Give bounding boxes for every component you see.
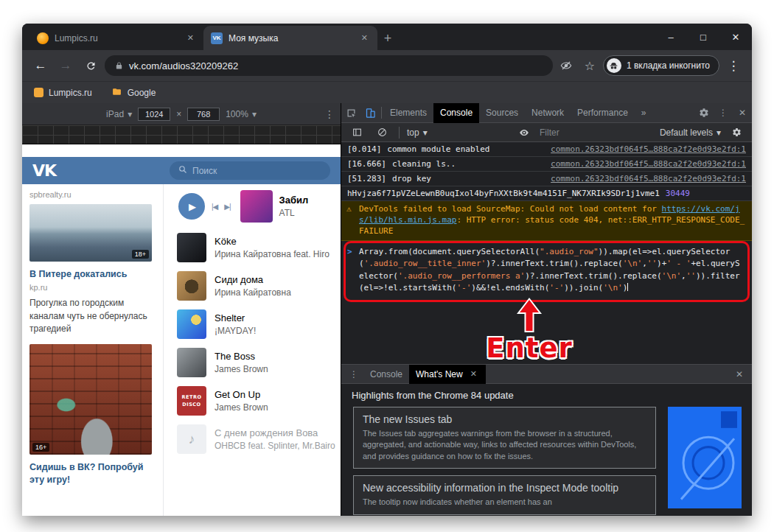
- maximize-button[interactable]: □: [687, 24, 719, 50]
- track-title[interactable]: Забил: [279, 195, 309, 206]
- age-badge: 18+: [132, 250, 149, 259]
- clear-console-icon[interactable]: [372, 123, 391, 142]
- tab-network[interactable]: Network: [525, 103, 571, 123]
- bookmark-star-icon[interactable]: ☆: [579, 55, 600, 76]
- ad-source-link[interactable]: spbrealty.ru: [29, 190, 154, 199]
- vk-music-list: ▶ |◀ ▶| Забил ATL Köke: [164, 184, 341, 516]
- song-row[interactable]: The Boss James Brown: [164, 343, 341, 382]
- log-levels-select[interactable]: Default levels ▾: [660, 127, 721, 138]
- enter-annotation: Enter: [456, 300, 603, 364]
- inspect-element-icon[interactable]: [341, 103, 360, 122]
- source-link[interactable]: common.26323bdf064f5…888ca2f2e0d93e2fd:1: [551, 174, 746, 183]
- eye-off-extension-icon[interactable]: [556, 55, 576, 76]
- devtools-menu-button[interactable]: ⋮: [714, 103, 733, 122]
- bookmark-lumpics[interactable]: Lumpics.ru: [34, 88, 92, 98]
- more-tabs-button[interactable]: »: [635, 103, 653, 123]
- device-toolbar-menu-button[interactable]: ⋮: [324, 108, 335, 120]
- next-track-icon[interactable]: ▶|: [224, 203, 230, 211]
- devtools-settings-gear-icon[interactable]: [694, 103, 714, 122]
- tab-console[interactable]: Console: [433, 103, 479, 123]
- whats-new-card[interactable]: New accessibility information in the Ins…: [353, 475, 656, 514]
- address-bar[interactable]: vk.com/audios320209262: [105, 55, 553, 76]
- levels-value: Default levels: [660, 127, 713, 138]
- song-row[interactable]: Shelter ¡MAYDAY!: [164, 305, 341, 343]
- back-button[interactable]: ←: [29, 55, 52, 77]
- reload-button[interactable]: [80, 55, 102, 77]
- tab-sources[interactable]: Sources: [479, 103, 525, 123]
- device-select[interactable]: iPad ▾: [106, 109, 132, 119]
- chevron-down-icon: ▾: [252, 109, 257, 119]
- song-row[interactable]: Сиди дома Ирина Кайратовна: [164, 267, 341, 305]
- javascript-context-select[interactable]: top ▾: [407, 127, 509, 138]
- song-artist: Ирина Кайратовна: [215, 287, 291, 298]
- new-tab-button[interactable]: +: [377, 28, 398, 49]
- tab-vk-music[interactable]: VK Моя музыка ✕: [203, 26, 377, 50]
- minimize-button[interactable]: –: [655, 24, 687, 50]
- close-devtools-button[interactable]: ✕: [733, 103, 752, 122]
- song-artist: James Brown: [215, 364, 268, 374]
- eye-live-expression-icon[interactable]: [515, 123, 534, 142]
- content-area: iPad ▾ 1024 × 768 100% ▾ ⋮ VK: [22, 103, 752, 516]
- whats-new-header: Highlights from the Chrome 84 update: [341, 384, 752, 405]
- browser-menu-button[interactable]: ⋮: [722, 55, 745, 77]
- ad-title-link[interactable]: Сидишь в ВК? Попробуй эту игру!: [29, 461, 154, 486]
- track-meta: Забил ATL: [279, 195, 309, 218]
- close-tab-icon[interactable]: ✕: [468, 368, 479, 380]
- console-settings-gear-icon[interactable]: [727, 123, 746, 142]
- album-cover: [177, 233, 206, 262]
- source-link[interactable]: common.26323bdf064f5…888ca2f2e0d93e2fd:1: [551, 144, 746, 154]
- console-input[interactable]: > Array.from(document.querySelectorAll("…: [341, 241, 752, 301]
- previous-track-icon[interactable]: |◀: [212, 203, 217, 211]
- song-title: Get On Up: [215, 389, 268, 400]
- drawer-menu-button[interactable]: ⋮: [344, 365, 363, 384]
- whats-new-card[interactable]: The new Issues tab The Issues tab aggreg…: [353, 407, 656, 469]
- viewport-height-input[interactable]: 768: [187, 108, 220, 121]
- vk-logo[interactable]: VK: [32, 161, 56, 180]
- drawer-tab-label: What's New: [416, 369, 463, 379]
- source-link[interactable]: common.26323bdf064f5…888ca2f2e0d93e2fd:1: [551, 159, 746, 169]
- annotation-label: Enter: [456, 332, 603, 364]
- ad-image[interactable]: 18+: [29, 204, 152, 262]
- console-log-row: hHvjza6f71pVZeLewnB0uqIxol4byFnXXtBk9t4m…: [341, 186, 752, 201]
- close-window-button[interactable]: ✕: [719, 24, 752, 50]
- ad-source-link[interactable]: kp.ru: [29, 283, 154, 292]
- drawer-tab-console[interactable]: Console: [363, 365, 409, 384]
- device-name: iPad: [106, 109, 124, 119]
- log-text: drop key: [392, 174, 431, 183]
- warning-text: DevTools failed to load SourceMap: Could…: [359, 204, 662, 214]
- ad-image[interactable]: 16+: [29, 344, 152, 455]
- ad-title-link[interactable]: В Питере докатались: [29, 268, 154, 280]
- url-text: vk.com/audios320209262: [129, 60, 238, 71]
- incognito-icon: [607, 58, 621, 73]
- console-sidebar-toggle-icon[interactable]: [347, 123, 366, 142]
- chevron-down-icon: ▾: [423, 127, 428, 138]
- search-icon: [178, 165, 187, 176]
- log-time: [16.666]: [347, 159, 386, 169]
- incognito-badge: 1 вкладка инкогнито: [603, 55, 719, 76]
- close-drawer-button[interactable]: ✕: [730, 365, 749, 384]
- play-button[interactable]: ▶: [178, 193, 205, 220]
- song-row[interactable]: RETRO DISCO Get On Up James Brown: [164, 382, 341, 420]
- device-toolbar-toggle-icon[interactable]: [360, 103, 380, 122]
- drawer-tab-whats-new[interactable]: What's New ✕: [409, 365, 486, 384]
- forward-button[interactable]: →: [55, 55, 77, 77]
- tab-elements[interactable]: Elements: [383, 103, 433, 123]
- console-input-code[interactable]: Array.from(document.querySelectorAll(".a…: [359, 247, 740, 293]
- chevron-down-icon: ▾: [128, 109, 132, 119]
- lumpics-favicon-icon: [37, 32, 49, 44]
- context-value: top: [407, 127, 419, 138]
- viewport-width-input[interactable]: 1024: [138, 108, 170, 121]
- console-log-row: [0.014] common module enabled common.263…: [341, 142, 752, 157]
- zoom-select[interactable]: 100% ▾: [226, 109, 257, 119]
- console-filter-input[interactable]: Filter: [540, 127, 559, 138]
- bookmark-google-folder[interactable]: Google: [111, 87, 156, 99]
- tab-close-icon[interactable]: ✕: [359, 32, 370, 44]
- vk-search-input[interactable]: Поиск: [170, 161, 330, 180]
- song-row[interactable]: Köke Ирина Кайратовна feat. Hiro: [164, 228, 341, 267]
- tab-performance[interactable]: Performance: [571, 103, 635, 123]
- track-artist[interactable]: ATL: [279, 208, 309, 218]
- tab-lumpics[interactable]: Lumpics.ru ✕: [29, 26, 203, 50]
- song-row-restricted[interactable]: ♪ С днем рождения Вова ОНВСВ feat. Splin…: [164, 420, 341, 458]
- tab-close-icon[interactable]: ✕: [185, 32, 196, 44]
- console-log-row: [51.283] drop key common.26323bdf064f5…8…: [341, 172, 752, 186]
